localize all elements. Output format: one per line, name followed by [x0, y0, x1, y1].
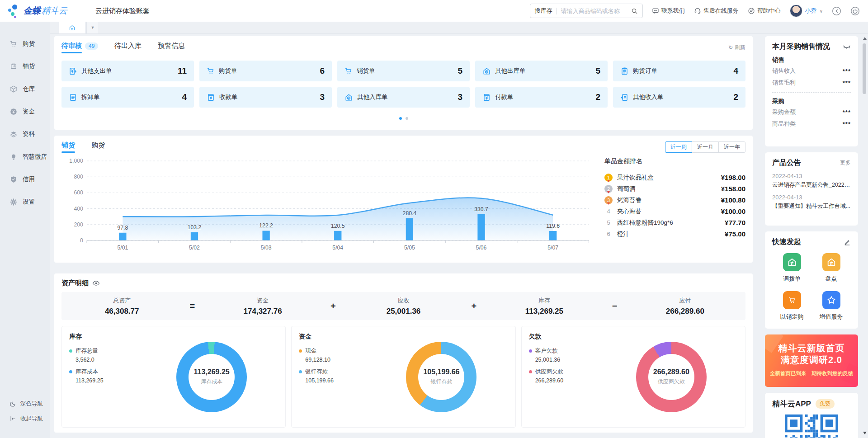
ranking-row[interactable]: 4夹心海苔¥100.00 [604, 206, 745, 217]
trade-body: 02004006008001,000 97.8103.2122.2120.528… [61, 154, 745, 259]
header-link-label: 帮助中心 [757, 7, 781, 15]
pending-item-其他入库单[interactable]: 其他入库单3 [337, 87, 470, 108]
ranking-row[interactable]: 5西红柿意粉酱190g*6¥77.70 [604, 217, 745, 228]
search-icon[interactable] [631, 8, 638, 14]
announcement-link[interactable]: 【重要通知】精斗云工作台域... [772, 203, 851, 210]
header-link-label: 售后在线服务 [703, 7, 739, 15]
asset-panel-title: 欠款 [529, 333, 605, 341]
logo-mark-icon [8, 4, 20, 18]
sidebar-item-sales[interactable]: 销货 [0, 55, 50, 78]
formula-value: 266,289.60 [625, 307, 745, 316]
eye-icon[interactable] [92, 279, 100, 287]
svg-text:5/07: 5/07 [547, 245, 558, 251]
sidebar-item-settings[interactable]: 设置 [0, 191, 50, 213]
ranking-row[interactable]: 3烤海苔卷¥100.80 [604, 194, 745, 206]
scrollbar[interactable] [862, 34, 868, 437]
legend-value: 105,199.66 [305, 377, 375, 384]
sidebar-item-store[interactable]: 智慧微店 [0, 146, 50, 168]
tab-trade-purchase[interactable]: 购货 [91, 141, 105, 153]
tab-home[interactable] [59, 22, 85, 33]
ranking-item-name: 夹心海苔 [617, 207, 721, 216]
search-category-select[interactable]: 搜库存 [535, 7, 552, 15]
sidebar-item-funds[interactable]: 资金 [0, 100, 50, 123]
rank-number: 5 [604, 219, 613, 226]
power-icon[interactable] [850, 6, 860, 16]
quick-action-label: 以销定购 [780, 313, 804, 321]
formula-label: 应收 [343, 297, 464, 305]
back-icon[interactable] [832, 6, 841, 16]
ranking-row[interactable]: 6橙汁¥75.00 [604, 228, 745, 240]
formula-label: 总资产 [61, 297, 182, 305]
svg-text:5/01: 5/01 [117, 245, 128, 251]
legend-item: 客户欠款 [529, 347, 605, 355]
header-link-help[interactable]: 帮助中心 [748, 7, 781, 15]
stat-value: *** [843, 80, 851, 86]
quick-action-transfer[interactable]: 调拨单 [772, 253, 811, 283]
pending-item-购货单[interactable]: 购货单6 [199, 61, 332, 81]
chat-icon [652, 7, 659, 14]
star-icon [822, 291, 840, 309]
brand-logo[interactable]: 金蝶精斗云 [8, 4, 67, 18]
yen-doc-icon [482, 93, 491, 102]
sidebar-item-warehouse[interactable]: 仓库 [0, 78, 50, 100]
ranking-item-price: ¥100.00 [721, 207, 745, 215]
pending-item-其他出库单[interactable]: 其他出库单5 [475, 61, 608, 81]
header-link-after-sales[interactable]: 售后在线服务 [694, 7, 739, 15]
filter-近一周[interactable]: 近一周 [665, 141, 692, 153]
scroll-thumb[interactable] [863, 43, 866, 94]
sidebar-item-purchase[interactable]: 购货 [0, 33, 50, 55]
tab-trade-sales[interactable]: 销货 [61, 141, 75, 153]
pending-item-其他收入单[interactable]: 其他收入单2 [613, 87, 745, 108]
sidebar-item-label: 仓库 [23, 85, 35, 93]
tab-alerts[interactable]: 预警信息 [158, 42, 185, 53]
filter-近一月[interactable]: 近一月 [692, 141, 719, 153]
ranking-row[interactable]: 1果汁饮品礼盒¥198.00 [604, 172, 745, 183]
chevron-down-icon: ∨ [820, 9, 823, 14]
sidebar-item-data[interactable]: 资料 [0, 123, 50, 146]
more-link[interactable]: 更多 [840, 159, 851, 167]
pending-item-label: 购货单 [219, 67, 237, 75]
asset-panels: 库存库存总量3,562.0库存成本113,269.25113,269.25库存成… [61, 326, 745, 428]
pending-item-收款单[interactable]: 收款单3 [199, 87, 332, 108]
doc-icon [69, 93, 77, 102]
tab-list-dropdown[interactable]: ▼ [86, 22, 99, 33]
page-dot[interactable] [399, 117, 402, 120]
scroll-down-arrow[interactable] [863, 432, 867, 434]
tab-to-stock[interactable]: 待出入库 [114, 42, 142, 53]
sidebar-item-credit[interactable]: 信用 [0, 168, 50, 191]
app-header: 金蝶精斗云 云进销存体验账套 搜库存 联系我们售后在线服务帮助中心 小乔 ∨ [0, 0, 868, 22]
quick-action-sell-to-buy[interactable]: 以销定购 [772, 291, 811, 321]
page-dot[interactable] [406, 117, 408, 120]
scroll-up-arrow[interactable] [863, 37, 867, 40]
quick-action-label: 调拨单 [783, 275, 801, 283]
stat-row: 销售毛利*** [772, 77, 851, 89]
pending-item-购货订单[interactable]: 购货订单4 [613, 61, 745, 81]
refresh-button[interactable]: ↻ 刷新 [728, 44, 745, 52]
announcement-link[interactable]: 云进销存产品更新公告_20220... [772, 181, 851, 189]
survey-banner[interactable]: 精斗云新版首页 满意度调研2.0 全新首页已到来 期待收到您的反馈 [765, 334, 858, 387]
header-link-contact[interactable]: 联系我们 [652, 7, 685, 15]
ranking-row[interactable]: 2葡萄酒¥158.00 [604, 183, 745, 194]
filter-近一年[interactable]: 近一年 [718, 141, 745, 153]
pending-item-销货单[interactable]: 销货单5 [337, 61, 470, 81]
moon-icon [9, 400, 16, 407]
pending-item-付款单[interactable]: 付款单2 [475, 87, 608, 108]
sidebar-dark-nav[interactable]: 深色导航 [9, 400, 43, 408]
header-links: 联系我们售后在线服务帮助中心 [652, 7, 781, 15]
formula-operator: = [182, 301, 202, 311]
monthly-summary-card: 本月采购销售情况 销售 销售收入***销售毛利*** 采购 采购金额***商品种… [765, 36, 858, 146]
pencil-icon[interactable] [844, 239, 851, 246]
quick-action-stocktake[interactable]: 盘点 [811, 253, 851, 283]
search-input[interactable] [560, 7, 631, 15]
pending-item-count: 3 [458, 92, 462, 102]
main-content: 待审核49待出入库预警信息 ↻ 刷新 其他支出单11购货单6销货单5其他出库单5… [54, 36, 753, 433]
pending-item-其他支出单[interactable]: 其他支出单11 [61, 61, 194, 81]
inventory-searchbox[interactable]: 搜库存 [530, 4, 643, 18]
pending-item-拆卸单[interactable]: 拆卸单4 [61, 87, 194, 108]
user-menu[interactable]: 小乔 ∨ [790, 5, 823, 17]
tab-to-audit[interactable]: 待审核49 [61, 42, 98, 53]
sidebar-collapse-nav[interactable]: 收起导航 [9, 415, 43, 423]
quick-action-vas[interactable]: 增值服务 [811, 291, 851, 321]
asset-panel-欠款: 欠款客户欠款25,001.36供应商欠款266,289.60266,289.60… [521, 326, 745, 428]
eye-closed-icon[interactable] [843, 44, 851, 50]
